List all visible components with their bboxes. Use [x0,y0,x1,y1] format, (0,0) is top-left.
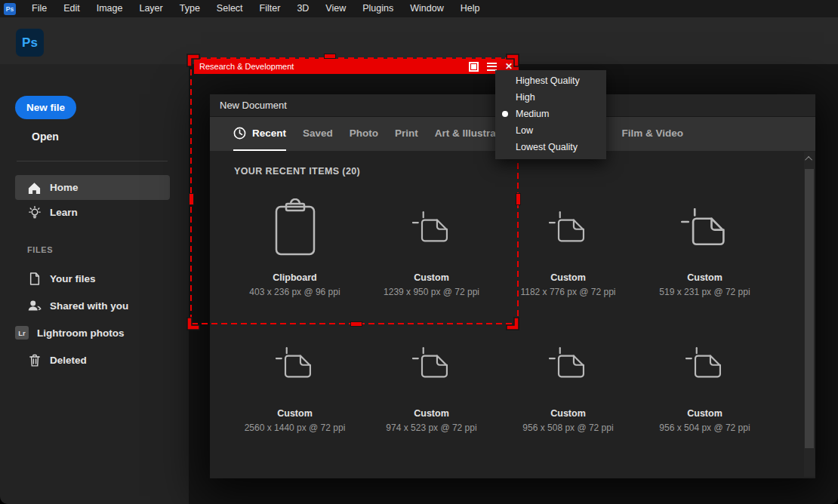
capture-window-title: Research & Development [199,62,469,71]
custom-document-icon [685,347,725,380]
menu-item[interactable]: Edit [55,0,88,17]
sidebar-nav: Home Learn [15,175,170,225]
home-icon [27,181,42,195]
sidebar-files: Your files Shared with you [15,265,170,373]
menu-item[interactable]: 3D [288,0,317,17]
resize-handle-bottom-left[interactable] [186,317,200,330]
menu-item[interactable]: View [317,0,354,17]
recent-item-name: Custom [550,272,586,283]
menu-items: File Edit Image Layer Type Select Filter… [23,0,488,17]
menu-item[interactable]: Select [208,0,251,17]
resize-handle-top[interactable] [324,54,336,59]
menu-item[interactable]: Window [402,0,451,17]
quality-menu-item-label: Low [516,125,533,136]
quality-menu-item-label: High [516,92,535,103]
clock-icon [233,127,246,140]
recent-item-name: Custom [277,408,313,419]
recent-item-name: Custom [687,408,722,419]
header-band: Ps [0,17,838,64]
resize-handle-top-right[interactable] [506,54,519,67]
tab-label: Print [395,128,418,139]
recent-item-card[interactable]: Custom 974 x 523 px @ 72 ppi [363,329,500,465]
recent-item-dimensions: 974 x 523 px @ 72 ppi [386,423,476,433]
chevron-up-icon [805,155,812,163]
recent-item-dimensions: 1182 x 776 px @ 72 ppi [520,287,615,297]
resize-handle-right[interactable] [516,193,521,205]
custom-document-icon [681,208,729,248]
photoshop-logo: Ps [16,29,44,57]
selected-bullet-icon [502,111,508,117]
custom-document-icon [412,347,451,380]
recent-item-card[interactable]: Custom 1239 x 950 px @ 72 ppi [363,193,500,329]
menu-item[interactable]: Image [88,0,131,17]
sidebar-files-label: Deleted [50,355,87,366]
dialog-tab[interactable]: Print [395,117,418,151]
dialog-tab[interactable]: Recent [233,117,286,151]
dialog-tab[interactable]: Photo [350,117,378,151]
menu-item[interactable]: Help [452,0,488,17]
recent-item-card[interactable]: Clipboard 403 x 236 px @ 96 ppi [226,193,363,329]
sidebar-files-label: Shared with you [50,300,128,312]
sidebar-files-item[interactable]: Shared with you [15,292,170,319]
sidebar-files-item[interactable]: Lr Lightroom photos [15,319,170,346]
recent-item-name: Custom [414,272,449,283]
open-button[interactable]: Open [32,131,59,143]
quality-menu-item[interactable]: Medium [495,106,606,122]
quality-menu-item[interactable]: Low [495,122,606,139]
resize-handle-bottom-right[interactable] [506,317,519,330]
home-sidebar: New file Open Home [0,64,189,504]
recent-item-name: Custom [550,408,586,419]
recent-item-dimensions: 2560 x 1440 px @ 72 ppi [245,423,346,433]
quality-menu-item-label: Lowest Quality [516,142,578,152]
scrollbar[interactable] [804,152,815,477]
scrollbar-thumb[interactable] [805,169,814,448]
capture-window-titlebar[interactable]: Research & Development ✕ [194,59,519,74]
quality-menu-item[interactable]: Highest Quality [495,72,606,89]
app-icon: Ps [4,3,16,15]
clipboard-icon [273,198,317,257]
sidebar-nav-label: Learn [50,207,78,218]
dialog-tab[interactable]: Saved [303,117,333,151]
tab-label: Recent [252,128,286,139]
sidebar-files-label: Your files [50,273,96,284]
stop-icon [469,62,479,72]
menu-item[interactable]: Plugins [354,0,402,17]
recent-item-card[interactable]: Custom 1182 x 776 px @ 72 ppi [500,193,636,329]
tab-label: Saved [303,128,333,139]
recent-item-card[interactable]: Custom 956 x 504 px @ 72 ppi [636,329,773,465]
menu-bar: Ps File Edit Image Layer Type Select Fil… [0,0,838,17]
stop-button[interactable] [469,62,479,72]
quality-menu-item[interactable]: High [495,89,606,106]
sidebar-files-label: Lightroom photos [37,327,124,339]
sidebar-nav-item[interactable]: Learn [15,200,170,225]
menu-item[interactable]: File [23,0,55,17]
sidebar-divider [17,161,168,161]
quality-menu-item[interactable]: Lowest Quality [495,139,606,155]
recent-item-card[interactable]: Custom 956 x 508 px @ 72 ppi [500,329,636,465]
file-icon [27,272,42,286]
menu-item[interactable]: Type [171,0,208,17]
trash-icon [27,353,42,367]
menu-button[interactable] [487,63,497,71]
menu-item[interactable]: Layer [131,0,171,17]
sidebar-files-item[interactable]: Deleted [15,346,170,373]
sidebar-files-item[interactable]: Your files [15,265,170,292]
recent-item-card[interactable]: Custom 519 x 231 px @ 72 ppi [636,193,773,329]
dialog-tab[interactable]: Film & Video [622,117,684,151]
tab-label: Film & Video [622,128,684,139]
sidebar-nav-item[interactable]: Home [15,175,170,200]
custom-document-icon [549,347,588,380]
quality-menu-item-label: Highest Quality [516,75,580,86]
recent-item-card[interactable]: Custom 2560 x 1440 px @ 72 ppi [226,329,363,465]
quality-menu: Highest Quality High Medium Low Lowest Q… [495,70,606,159]
lightbulb-icon [27,206,42,220]
menu-item[interactable]: Filter [251,0,289,17]
resize-handle-bottom[interactable] [350,321,362,327]
resize-handle-top-left[interactable] [186,54,200,67]
new-file-button[interactable]: New file [15,96,76,119]
recent-item-dimensions: 956 x 508 px @ 72 ppi [522,423,613,433]
sidebar-nav-label: Home [50,182,79,193]
scroll-up-button[interactable] [804,152,815,165]
section-heading: YOUR RECENT ITEMS (20) [234,166,360,177]
resize-handle-left[interactable] [189,193,194,205]
